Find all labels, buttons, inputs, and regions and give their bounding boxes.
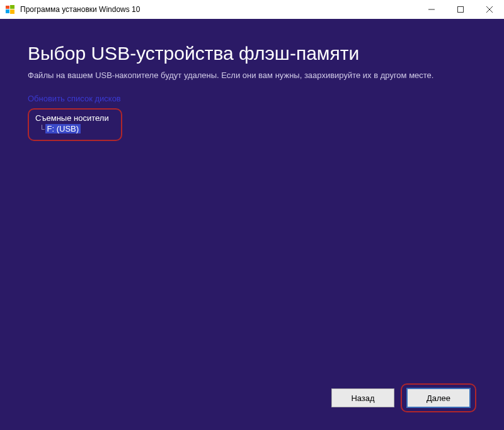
tree-item-selected[interactable]: F: (USB) [45,124,81,133]
tree-root-label: Съемные носители [35,113,115,123]
svg-rect-3 [10,9,14,14]
window-controls [417,0,504,19]
app-icon [5,4,15,14]
svg-rect-2 [6,9,9,13]
installer-window: Программа установки Windows 10 Выбор USB… [0,0,504,430]
content-area: Выбор USB-устройства флэш-памяти Файлы н… [0,19,504,430]
minimize-button[interactable] [417,0,446,19]
tree-connector-icon: └ [39,125,45,133]
back-button[interactable]: Назад [331,388,394,407]
tree-item-row[interactable]: └ F: (USB) [35,124,115,133]
svg-rect-5 [458,7,464,13]
svg-rect-1 [10,5,14,9]
titlebar: Программа установки Windows 10 [0,0,504,19]
footer-buttons: Назад Далее [28,383,476,417]
close-button[interactable] [475,0,504,19]
refresh-drives-link[interactable]: Обновить список дисков [28,94,476,103]
svg-rect-0 [6,6,9,9]
window-title: Программа установки Windows 10 [20,5,140,14]
maximize-button[interactable] [446,0,475,19]
next-button[interactable]: Далее [407,388,470,407]
drive-tree-highlight: Съемные носители └ F: (USB) [28,108,122,141]
page-heading: Выбор USB-устройства флэш-памяти [28,43,476,64]
page-subtext: Файлы на вашем USB-накопителе будут удал… [28,71,476,80]
next-button-highlight: Далее [401,383,476,412]
